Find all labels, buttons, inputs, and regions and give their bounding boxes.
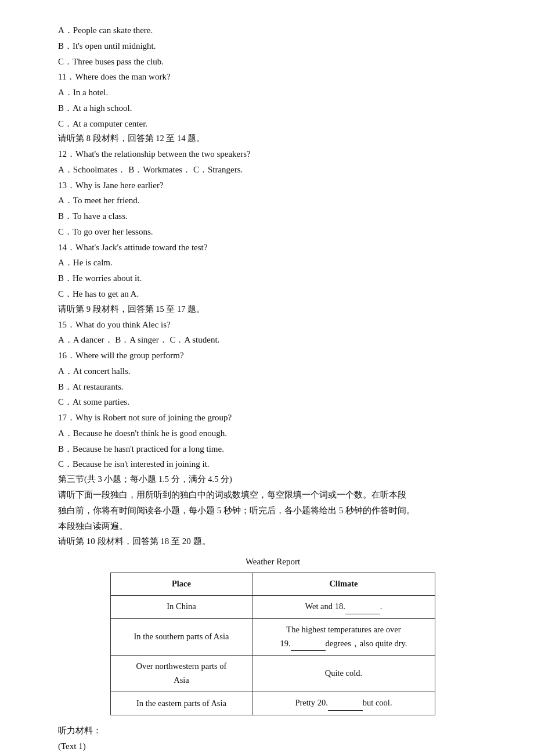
line-l16: A．He is calm. [58,255,488,270]
table-row: In China Wet and 18. . [111,595,435,618]
line-l25: C．At some parties. [58,395,488,409]
line-l6: B．At a high school. [58,101,488,116]
climate-china: Wet and 18. . [252,595,435,618]
col-place: Place [111,573,252,595]
line-l8: 请听第 8 段材料，回答第 12 至 14 题。 [58,132,488,146]
footer-f1: 听力材料： [58,723,488,738]
line-l15: 14．What's Jack's attitude toward the tes… [58,240,488,255]
line-l19: 请听第 9 段材料，回答第 15 至 17 题。 [58,303,488,316]
footer-f2: (Text 1) [58,739,488,754]
question-lines: A．People can skate there. B．It's open un… [58,23,488,549]
line-l31: 请听下面一段独白，用所听到的独白中的词或数填空，每空限填一个词或一个数。在听本段 [58,488,488,502]
place-china: In China [111,595,252,618]
line-l18: C．He has to get an A. [58,287,488,301]
weather-table-section: Weather Report Place Climate In China We… [58,555,488,715]
weather-table-title: Weather Report [110,555,435,569]
table-header-row: Place Climate [111,573,435,595]
blank-20 [328,696,363,711]
climate-northwestern-asia: Quite cold. [252,656,435,692]
line-l32: 独白前，你将有时间阅读各小题，每小题 5 秒钟；听完后，各小题将给出 5 秒钟的… [58,503,488,518]
line-l4: 11．Where does the man work? [58,70,488,84]
line-l1: A．People can skate there. [58,23,488,38]
line-l9: 12．What's the relationship between the t… [58,147,488,161]
line-l29: C．Because he isn't interested in joining… [58,457,488,471]
climate-eastern-asia: Pretty 20. but cool. [252,692,435,715]
line-l28: B．Because he hasn't practiced for a long… [58,442,488,456]
place-northwestern-asia: Over northwestern parts ofAsia [111,656,252,692]
line-l14: C．To go over her lessons. [58,225,488,239]
place-eastern-asia: In the eastern parts of Asia [111,692,252,715]
line-l34: 请听第 10 段材料，回答第 18 至 20 题。 [58,534,488,549]
blank-18 [345,600,380,614]
line-l26: 17．Why is Robert not sure of joining the… [58,411,488,425]
weather-table: Place Climate In China Wet and 18. . In … [110,573,435,715]
blank-19 [291,637,326,651]
line-l24: B．At restaurants. [58,380,488,394]
table-row: Over northwestern parts ofAsia Quite col… [111,656,435,692]
line-l23: A．At concert halls. [58,364,488,379]
line-l30: 第三节(共 3 小题；每小题 1.5 分，满分 4.5 分) [58,473,488,487]
line-l17: B．He worries about it. [58,271,488,286]
line-l5: A．In a hotel. [58,85,488,100]
line-l20: 15．What do you think Alec is? [58,318,488,332]
footer-lines: 听力材料： (Text 1) M：Hello! I want to have a… [58,723,488,756]
line-l27: A．Because he doesn't think he is good en… [58,426,488,441]
place-southern-asia: In the southern parts of Asia [111,618,252,656]
line-l3: C．Three buses pass the club. [58,55,488,69]
line-l2: B．It's open until midnight. [58,39,488,53]
col-climate: Climate [252,573,435,595]
line-l11: 13．Why is Jane here earlier? [58,178,488,193]
main-content: A．People can skate there. B．It's open un… [58,23,488,756]
line-l10: A．Schoolmates． B．Workmates． C．Strangers. [58,163,488,177]
line-l7: C．At a computer center. [58,117,488,131]
climate-southern-asia: The highest temperatures are over19. deg… [252,618,435,656]
line-l21: A．A dancer． B．A singer． C．A student. [58,333,488,347]
line-l13: B．To have a class. [58,209,488,224]
table-row: In the southern parts of Asia The highes… [111,618,435,656]
table-row: In the eastern parts of Asia Pretty 20. … [111,692,435,715]
line-l22: 16．Where will the group perform? [58,348,488,363]
line-l33: 本段独白读两遍。 [58,519,488,534]
line-l12: A．To meet her friend. [58,193,488,208]
